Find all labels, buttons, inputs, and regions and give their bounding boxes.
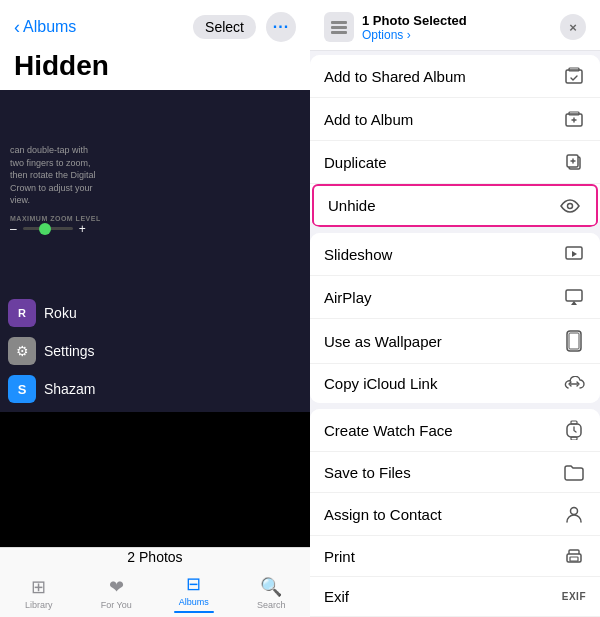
tab-library-label: Library	[25, 600, 53, 610]
wallpaper-icon	[562, 330, 586, 352]
action-watch-face[interactable]: Create Watch Face	[310, 409, 600, 452]
action-add-to-shared-album[interactable]: Add to Shared Album	[310, 55, 600, 98]
app-name-settings: Settings	[44, 343, 95, 359]
photo-count: 2 Photos	[0, 549, 310, 565]
svg-rect-16	[570, 557, 578, 561]
zoom-slider[interactable]	[23, 227, 73, 230]
more-button[interactable]: ···	[266, 12, 296, 42]
shazam-icon: S	[8, 375, 36, 403]
sheet-options-link[interactable]: Options ›	[362, 28, 467, 42]
tab-search-label: Search	[257, 600, 286, 610]
zoom-plus-icon: +	[79, 222, 86, 236]
nav-bar: ‹ Albums Select ···	[0, 0, 310, 48]
sheet-header: 1 Photo Selected Options › ×	[310, 0, 600, 51]
photo-content: can double-tap withtwo fingers to zoom,t…	[0, 90, 310, 290]
action-save-files[interactable]: Save to Files	[310, 452, 600, 493]
list-item[interactable]: S Shazam	[8, 370, 302, 408]
header-dot-1	[331, 21, 347, 24]
sheet-title: 1 Photo Selected	[362, 13, 467, 28]
action-exif[interactable]: Exif EXIF	[310, 577, 600, 617]
action-airplay[interactable]: AirPlay	[310, 276, 600, 319]
airplay-label: AirPlay	[324, 289, 372, 306]
library-tab-icon: ⊞	[31, 576, 46, 598]
save-files-label: Save to Files	[324, 464, 411, 481]
sheet-close-button[interactable]: ×	[560, 14, 586, 40]
nav-actions: Select ···	[193, 12, 296, 42]
page-title: Hidden	[0, 48, 310, 90]
tab-active-indicator	[174, 611, 214, 613]
settings-icon: ⚙	[8, 337, 36, 365]
airplay-icon	[562, 287, 586, 307]
icloud-link-label: Copy iCloud Link	[324, 375, 437, 392]
action-unhide[interactable]: Unhide	[312, 184, 598, 227]
action-print[interactable]: Print	[310, 536, 600, 577]
slideshow-label: Slideshow	[324, 246, 392, 263]
watch-face-icon	[562, 420, 586, 440]
zoom-track: – +	[10, 222, 300, 236]
sheet-header-left: 1 Photo Selected Options ›	[324, 12, 467, 42]
zoom-minus-icon: –	[10, 222, 17, 236]
photo-area: can double-tap withtwo fingers to zoom,t…	[0, 90, 310, 547]
svg-rect-8	[566, 290, 582, 301]
back-label[interactable]: Albums	[23, 18, 76, 36]
tab-search[interactable]: 🔍 Search	[233, 576, 311, 610]
apps-list: R Roku ⚙ Settings S Shazam	[0, 290, 310, 412]
wallpaper-label: Use as Wallpaper	[324, 333, 442, 350]
unhide-label: Unhide	[328, 197, 376, 214]
tab-albums-label: Albums	[179, 597, 209, 607]
action-slideshow[interactable]: Slideshow	[310, 233, 600, 276]
nav-back[interactable]: ‹ Albums	[14, 17, 76, 38]
action-assign-contact[interactable]: Assign to Contact	[310, 493, 600, 536]
svg-point-14	[571, 508, 578, 515]
print-label: Print	[324, 548, 355, 565]
tab-library[interactable]: ⊞ Library	[0, 576, 78, 610]
action-add-to-album[interactable]: Add to Album	[310, 98, 600, 141]
tab-bar: ⊞ Library ❤ For You ⊟ Albums 🔍 Search	[0, 573, 310, 613]
right-panel: 1 Photo Selected Options › × Add to Shar…	[310, 0, 600, 617]
bottom-bar: 2 Photos ⊞ Library ❤ For You ⊟ Albums 🔍 …	[0, 547, 310, 617]
list-item[interactable]: ⚙ Settings	[8, 332, 302, 370]
assign-contact-icon	[562, 504, 586, 524]
header-dot-3	[331, 31, 347, 34]
sheet-header-info: 1 Photo Selected Options ›	[362, 13, 467, 42]
print-icon	[562, 547, 586, 565]
add-album-icon	[562, 109, 586, 129]
tab-albums[interactable]: ⊟ Albums	[155, 573, 233, 613]
icloud-link-icon	[562, 376, 586, 392]
duplicate-icon	[562, 152, 586, 172]
zoom-thumb	[39, 223, 51, 235]
select-button[interactable]: Select	[193, 15, 256, 39]
action-group-3: Create Watch Face Save to Files	[310, 409, 600, 617]
tab-for-you[interactable]: ❤ For You	[78, 576, 156, 610]
photo-instruction-text: can double-tap withtwo fingers to zoom,t…	[10, 144, 300, 207]
svg-rect-0	[566, 70, 582, 83]
back-arrow-icon: ‹	[14, 17, 20, 38]
svg-point-6	[568, 203, 573, 208]
action-wallpaper[interactable]: Use as Wallpaper	[310, 319, 600, 364]
slideshow-icon	[562, 244, 586, 264]
add-shared-album-icon	[562, 66, 586, 86]
app-name-shazam: Shazam	[44, 381, 95, 397]
action-duplicate[interactable]: Duplicate	[310, 141, 600, 184]
watch-face-label: Create Watch Face	[324, 422, 453, 439]
duplicate-label: Duplicate	[324, 154, 387, 171]
left-panel: ‹ Albums Select ··· Hidden can double-ta…	[0, 0, 310, 617]
list-item[interactable]: R Roku	[8, 294, 302, 332]
exif-icon: EXIF	[562, 591, 586, 602]
more-dots-icon: ···	[273, 18, 289, 36]
exif-label: Exif	[324, 588, 349, 605]
action-group-1: Add to Shared Album Add to Album	[310, 55, 600, 227]
svg-rect-12	[571, 421, 577, 424]
add-shared-album-label: Add to Shared Album	[324, 68, 466, 85]
albums-tab-icon: ⊟	[186, 573, 201, 595]
for-you-tab-icon: ❤	[109, 576, 124, 598]
svg-rect-13	[571, 437, 577, 440]
add-album-label: Add to Album	[324, 111, 413, 128]
zoom-level-label: MAXIMUM ZOOM LEVEL	[10, 215, 300, 222]
save-files-icon	[562, 463, 586, 481]
action-list: Add to Shared Album Add to Album	[310, 51, 600, 617]
search-tab-icon: 🔍	[260, 576, 282, 598]
action-icloud-link[interactable]: Copy iCloud Link	[310, 364, 600, 403]
assign-contact-label: Assign to Contact	[324, 506, 442, 523]
action-group-2: Slideshow AirPlay Use as	[310, 233, 600, 403]
